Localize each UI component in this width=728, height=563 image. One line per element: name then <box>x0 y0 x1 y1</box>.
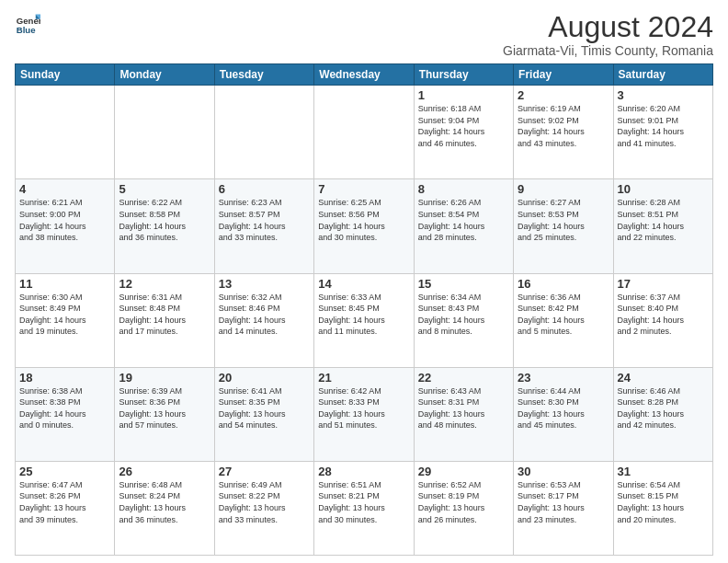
day-number: 25 <box>19 465 110 478</box>
day-info: Sunrise: 6:44 AM Sunset: 8:30 PM Dayligh… <box>518 385 609 431</box>
day-info: Sunrise: 6:36 AM Sunset: 8:42 PM Dayligh… <box>518 292 609 338</box>
page: General Blue August 2024 Giarmata-Vii, T… <box>0 0 728 563</box>
svg-text:Blue: Blue <box>17 25 36 35</box>
col-tuesday: Tuesday <box>214 64 313 86</box>
table-row: 10Sunrise: 6:28 AM Sunset: 8:51 PM Dayli… <box>613 179 712 273</box>
main-title: August 2024 <box>503 11 713 43</box>
table-row: 24Sunrise: 6:46 AM Sunset: 8:28 PM Dayli… <box>613 367 712 461</box>
day-number: 30 <box>518 465 609 478</box>
day-number: 6 <box>219 182 310 196</box>
table-row: 26Sunrise: 6:48 AM Sunset: 8:24 PM Dayli… <box>115 461 214 555</box>
day-number: 13 <box>219 277 310 291</box>
table-row: 30Sunrise: 6:53 AM Sunset: 8:17 PM Dayli… <box>514 461 613 555</box>
day-info: Sunrise: 6:28 AM Sunset: 8:51 PM Dayligh… <box>618 197 709 243</box>
day-info: Sunrise: 6:39 AM Sunset: 8:36 PM Dayligh… <box>119 385 210 431</box>
table-row <box>115 86 214 179</box>
table-row: 25Sunrise: 6:47 AM Sunset: 8:26 PM Dayli… <box>16 461 115 555</box>
day-number: 4 <box>19 182 110 196</box>
day-number: 24 <box>618 371 709 385</box>
day-info: Sunrise: 6:30 AM Sunset: 8:49 PM Dayligh… <box>19 292 110 338</box>
table-row: 31Sunrise: 6:54 AM Sunset: 8:15 PM Dayli… <box>613 461 712 555</box>
col-monday: Monday <box>115 64 214 86</box>
table-row: 5Sunrise: 6:22 AM Sunset: 8:58 PM Daylig… <box>115 179 214 273</box>
table-row: 12Sunrise: 6:31 AM Sunset: 8:48 PM Dayli… <box>115 273 214 367</box>
calendar-week-row: 11Sunrise: 6:30 AM Sunset: 8:49 PM Dayli… <box>16 273 713 367</box>
day-number: 26 <box>119 465 210 478</box>
calendar-header-row: Sunday Monday Tuesday Wednesday Thursday… <box>16 64 713 86</box>
day-number: 14 <box>318 277 409 291</box>
calendar-week-row: 25Sunrise: 6:47 AM Sunset: 8:26 PM Dayli… <box>16 461 713 555</box>
day-number: 27 <box>219 465 310 478</box>
day-number: 23 <box>518 371 609 385</box>
day-info: Sunrise: 6:25 AM Sunset: 8:56 PM Dayligh… <box>318 197 409 243</box>
day-info: Sunrise: 6:51 AM Sunset: 8:21 PM Dayligh… <box>318 479 409 525</box>
day-number: 20 <box>219 371 310 385</box>
day-info: Sunrise: 6:22 AM Sunset: 8:58 PM Dayligh… <box>119 197 210 243</box>
table-row: 16Sunrise: 6:36 AM Sunset: 8:42 PM Dayli… <box>514 273 613 367</box>
day-number: 2 <box>518 88 609 102</box>
day-info: Sunrise: 6:27 AM Sunset: 8:53 PM Dayligh… <box>518 197 609 243</box>
day-info: Sunrise: 6:31 AM Sunset: 8:48 PM Dayligh… <box>119 292 210 338</box>
day-number: 22 <box>418 371 509 385</box>
day-info: Sunrise: 6:46 AM Sunset: 8:28 PM Dayligh… <box>618 385 709 431</box>
day-info: Sunrise: 6:54 AM Sunset: 8:15 PM Dayligh… <box>618 479 709 525</box>
day-number: 29 <box>418 465 509 478</box>
table-row: 1Sunrise: 6:18 AM Sunset: 9:04 PM Daylig… <box>414 86 513 179</box>
title-block: August 2024 Giarmata-Vii, Timis County, … <box>503 11 713 58</box>
day-info: Sunrise: 6:41 AM Sunset: 8:35 PM Dayligh… <box>219 385 310 431</box>
table-row: 20Sunrise: 6:41 AM Sunset: 8:35 PM Dayli… <box>214 367 313 461</box>
day-number: 8 <box>418 182 509 196</box>
calendar-week-row: 1Sunrise: 6:18 AM Sunset: 9:04 PM Daylig… <box>16 86 713 179</box>
day-info: Sunrise: 6:48 AM Sunset: 8:24 PM Dayligh… <box>119 479 210 525</box>
day-number: 17 <box>618 277 709 291</box>
day-info: Sunrise: 6:19 AM Sunset: 9:02 PM Dayligh… <box>518 103 609 149</box>
day-info: Sunrise: 6:47 AM Sunset: 8:26 PM Dayligh… <box>19 479 110 525</box>
table-row: 17Sunrise: 6:37 AM Sunset: 8:40 PM Dayli… <box>613 273 712 367</box>
day-info: Sunrise: 6:26 AM Sunset: 8:54 PM Dayligh… <box>418 197 509 243</box>
day-number: 21 <box>318 371 409 385</box>
day-number: 3 <box>618 88 709 102</box>
day-number: 28 <box>318 465 409 478</box>
day-info: Sunrise: 6:23 AM Sunset: 8:57 PM Dayligh… <box>219 197 310 243</box>
day-number: 7 <box>318 182 409 196</box>
table-row <box>314 86 414 179</box>
table-row: 29Sunrise: 6:52 AM Sunset: 8:19 PM Dayli… <box>414 461 513 555</box>
day-info: Sunrise: 6:33 AM Sunset: 8:45 PM Dayligh… <box>318 292 409 338</box>
table-row: 8Sunrise: 6:26 AM Sunset: 8:54 PM Daylig… <box>414 179 513 273</box>
day-info: Sunrise: 6:49 AM Sunset: 8:22 PM Dayligh… <box>219 479 310 525</box>
table-row: 2Sunrise: 6:19 AM Sunset: 9:02 PM Daylig… <box>514 86 613 179</box>
day-info: Sunrise: 6:34 AM Sunset: 8:43 PM Dayligh… <box>418 292 509 338</box>
day-info: Sunrise: 6:53 AM Sunset: 8:17 PM Dayligh… <box>518 479 609 525</box>
table-row: 18Sunrise: 6:38 AM Sunset: 8:38 PM Dayli… <box>16 367 115 461</box>
day-number: 31 <box>618 465 709 478</box>
table-row <box>214 86 313 179</box>
col-saturday: Saturday <box>613 64 712 86</box>
day-info: Sunrise: 6:38 AM Sunset: 8:38 PM Dayligh… <box>19 385 110 431</box>
table-row: 15Sunrise: 6:34 AM Sunset: 8:43 PM Dayli… <box>414 273 513 367</box>
table-row: 23Sunrise: 6:44 AM Sunset: 8:30 PM Dayli… <box>514 367 613 461</box>
col-friday: Friday <box>514 64 613 86</box>
table-row: 4Sunrise: 6:21 AM Sunset: 9:00 PM Daylig… <box>16 179 115 273</box>
day-number: 1 <box>418 88 509 102</box>
day-number: 15 <box>418 277 509 291</box>
table-row: 7Sunrise: 6:25 AM Sunset: 8:56 PM Daylig… <box>314 179 414 273</box>
table-row: 9Sunrise: 6:27 AM Sunset: 8:53 PM Daylig… <box>514 179 613 273</box>
day-info: Sunrise: 6:43 AM Sunset: 8:31 PM Dayligh… <box>418 385 509 431</box>
logo-icon: General Blue <box>15 11 40 37</box>
table-row: 14Sunrise: 6:33 AM Sunset: 8:45 PM Dayli… <box>314 273 414 367</box>
subtitle: Giarmata-Vii, Timis County, Romania <box>503 43 713 58</box>
table-row: 19Sunrise: 6:39 AM Sunset: 8:36 PM Dayli… <box>115 367 214 461</box>
day-info: Sunrise: 6:42 AM Sunset: 8:33 PM Dayligh… <box>318 385 409 431</box>
table-row: 28Sunrise: 6:51 AM Sunset: 8:21 PM Dayli… <box>314 461 414 555</box>
day-number: 18 <box>19 371 110 385</box>
day-number: 11 <box>19 277 110 291</box>
table-row <box>16 86 115 179</box>
day-number: 16 <box>518 277 609 291</box>
table-row: 6Sunrise: 6:23 AM Sunset: 8:57 PM Daylig… <box>214 179 313 273</box>
table-row: 11Sunrise: 6:30 AM Sunset: 8:49 PM Dayli… <box>16 273 115 367</box>
day-info: Sunrise: 6:21 AM Sunset: 9:00 PM Dayligh… <box>19 197 110 243</box>
day-number: 12 <box>119 277 210 291</box>
table-row: 21Sunrise: 6:42 AM Sunset: 8:33 PM Dayli… <box>314 367 414 461</box>
day-number: 9 <box>518 182 609 196</box>
table-row: 27Sunrise: 6:49 AM Sunset: 8:22 PM Dayli… <box>214 461 313 555</box>
